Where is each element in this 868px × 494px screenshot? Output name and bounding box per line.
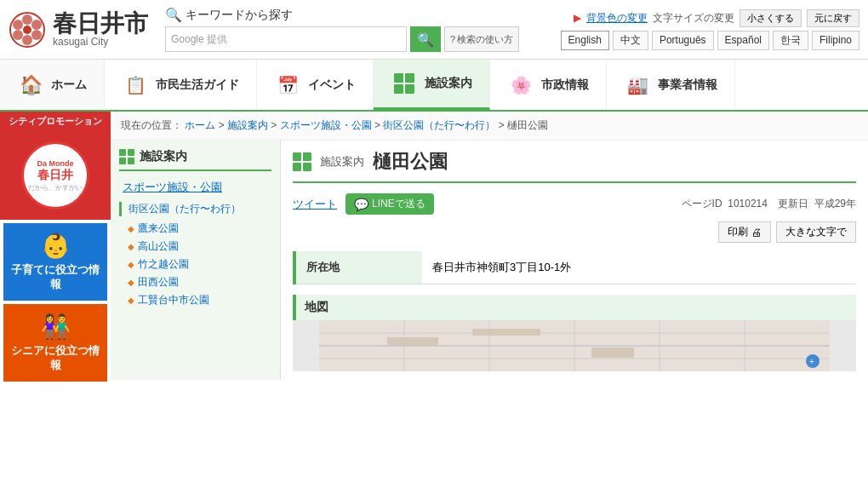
grid-cell-3 (119, 158, 126, 164)
search-input[interactable] (231, 33, 401, 46)
sports-parks-link[interactable]: スポーツ施設・公園 (119, 180, 271, 195)
nav-events-label: イベント (308, 78, 356, 93)
senior-banner-title: シニアに役立つ情報 (9, 344, 102, 373)
print-row: 印刷 🖨 大きな文字で (293, 221, 856, 243)
large-text-button[interactable]: 大きな文字で (776, 221, 856, 243)
line-send-button[interactable]: 💬 LINEで送る (345, 193, 434, 215)
citizens-icon: 📋 (122, 72, 149, 99)
text-size-label: 文字サイズの変更 (653, 11, 734, 26)
address-row: 所在地 春日井市神領町3丁目10-1外 (294, 251, 856, 284)
section-label: 施設案内 (320, 154, 364, 169)
city-promo-banner: シティプロモーション (0, 112, 111, 131)
breadcrumb-current: 樋田公園 (507, 119, 548, 131)
nav-facilities[interactable]: 施設案内 (374, 60, 490, 110)
diamond-icon-3: ◆ (128, 260, 134, 269)
size-small-button[interactable]: 小さくする (740, 9, 802, 27)
actions-row: ツイート 💬 LINEで送る ページID 1010214 更新日 平成29年 (293, 193, 856, 215)
park-link-4[interactable]: 田西公園 (138, 275, 179, 290)
search-label: 🔍 キーワードから探す (165, 7, 519, 23)
da-monde-city: 春日井 (37, 168, 73, 183)
content-area: 現在の位置： ホーム > 施設案内 > スポーツ施設・公園 > 街区公園（た行〜… (111, 112, 868, 385)
da-monde-card[interactable]: Da Monde 春日井 だから、かすがい (0, 131, 111, 220)
stroller-icon: 👶 (9, 232, 102, 260)
breadcrumb-sports[interactable]: スポーツ施設・公園 (280, 119, 372, 131)
fac-cell-1 (293, 152, 301, 161)
park-link-5[interactable]: 工賢台中市公園 (138, 293, 209, 307)
svg-rect-23 (591, 348, 634, 358)
main-nav: 🏠 ホーム 📋 市民生活ガイド 📅 イベント 施設案内 🌸 市政情報 🏭 事業者… (0, 60, 868, 112)
svg-point-3 (31, 30, 42, 40)
svg-text:+: + (809, 357, 814, 366)
svg-rect-9 (405, 73, 414, 83)
events-icon: 📅 (274, 72, 301, 99)
nav-city-info[interactable]: 🌸 市政情報 (490, 60, 607, 110)
grid-cell-4 (128, 158, 134, 164)
page-title: 樋田公園 (373, 149, 448, 175)
search-input-box: Google 提供 (165, 26, 407, 52)
map-section-title: 地図 (293, 295, 856, 320)
list-item-3: ◆ 竹之越公園 (119, 257, 271, 272)
breadcrumb: 現在の位置： ホーム > 施設案内 > スポーツ施設・公園 > 街区公園（た行〜… (111, 112, 868, 141)
diamond-icon-1: ◆ (128, 224, 134, 233)
svg-rect-11 (405, 84, 414, 94)
bg-change-row: ▶ 背景色の変更 文字サイズの変更 小さくする 元に戻す (574, 9, 859, 27)
nav-business[interactable]: 🏭 事業者情報 (607, 60, 735, 110)
list-item-5: ◆ 工賢台中市公園 (119, 293, 271, 307)
nav-events[interactable]: 📅 イベント (257, 60, 374, 110)
lang-portuguese-button[interactable]: Português (652, 31, 714, 50)
tweet-link[interactable]: ツイート (293, 197, 337, 212)
diamond-icon-4: ◆ (128, 278, 134, 287)
svg-point-2 (31, 20, 42, 30)
park-link-3[interactable]: 竹之越公園 (138, 257, 189, 272)
fac-cell-4 (303, 163, 311, 171)
senior-banner[interactable]: 👫 シニアに役立つ情報 (3, 304, 107, 382)
nav-grid-icon (119, 149, 134, 164)
home-icon: 🏠 (17, 72, 44, 99)
svg-rect-8 (394, 73, 403, 83)
nav-home[interactable]: 🏠 ホーム (0, 60, 105, 110)
search-area: 🔍 キーワードから探す Google 提供 🔍 ? 検索の使い方 (165, 7, 519, 52)
print-icon: 🖨 (751, 227, 762, 238)
lang-korean-button[interactable]: 한국 (773, 31, 808, 50)
list-item-1: ◆ 鷹来公園 (119, 221, 271, 236)
content-columns: 施設案内 スポーツ施設・公園 街区公園（た行〜わ行） ◆ 鷹来公園 ◆ 高山公園… (111, 141, 868, 380)
update-date: 更新日 平成29年 (778, 197, 856, 211)
question-icon: ? (450, 34, 455, 44)
site-header: 春日井市 kasugai City 🔍 キーワードから探す Google 提供 … (0, 0, 868, 60)
park-link-2[interactable]: 高山公園 (138, 239, 179, 254)
svg-rect-21 (387, 337, 438, 346)
breadcrumb-home[interactable]: ホーム (185, 119, 215, 131)
lang-chinese-button[interactable]: 中文 (613, 31, 648, 50)
nav-citizens[interactable]: 📋 市民生活ガイド (105, 60, 257, 110)
ward-parks-link[interactable]: 街区公園（た行〜わ行） (128, 203, 241, 215)
nav-business-label: 事業者情報 (658, 78, 717, 93)
lang-spanish-button[interactable]: Español (717, 31, 769, 50)
print-button[interactable]: 印刷 🖨 (718, 221, 771, 243)
map-placeholder: + (293, 320, 856, 371)
site-subtitle: kasugai City (53, 36, 148, 48)
page-id-label: ページID 1010214 (682, 197, 768, 211)
breadcrumb-parks[interactable]: 街区公園（た行〜わ行） (383, 119, 495, 131)
grid-cell-2 (128, 149, 134, 156)
left-nav: 施設案内 スポーツ施設・公園 街区公園（た行〜わ行） ◆ 鷹来公園 ◆ 高山公園… (111, 141, 281, 380)
size-reset-button[interactable]: 元に戻す (807, 9, 859, 27)
facilities-icon (391, 70, 418, 97)
site-title: 春日井市 (53, 12, 148, 36)
search-button[interactable]: 🔍 (410, 26, 441, 52)
search-how-button[interactable]: ? 検索の使い方 (444, 26, 519, 52)
child-banner-title: 子育てに役立つ情報 (9, 263, 102, 292)
park-link-1[interactable]: 鷹来公園 (138, 221, 179, 236)
lang-english-button[interactable]: English (561, 31, 609, 50)
left-nav-title: 施設案内 (119, 149, 271, 171)
meta-info: ページID 1010214 更新日 平成29年 (682, 197, 856, 211)
lang-filipino-button[interactable]: Filipino (812, 31, 859, 50)
bg-change-link[interactable]: 背景色の変更 (586, 11, 648, 26)
svg-point-4 (22, 35, 32, 45)
list-item-4: ◆ 田西公園 (119, 275, 271, 290)
breadcrumb-facilities[interactable]: 施設案内 (227, 119, 268, 131)
page-title-bar: 施設案内 樋田公園 (293, 149, 856, 183)
list-item-2: ◆ 高山公園 (119, 239, 271, 254)
breadcrumb-prefix: 現在の位置： (121, 119, 182, 131)
child-banner[interactable]: 👶 子育てに役立つ情報 (3, 223, 107, 301)
nav-home-label: ホーム (51, 78, 87, 93)
